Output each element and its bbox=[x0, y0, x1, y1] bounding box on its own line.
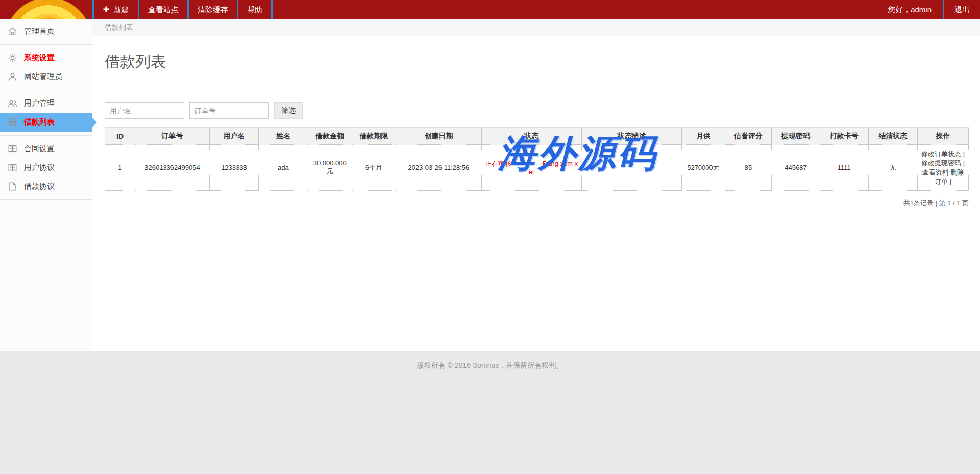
sidebar-item-site-admin[interactable]: 网站管理员 bbox=[0, 67, 92, 86]
cell-status-desc bbox=[581, 145, 681, 191]
view-site-label: 查看站点 bbox=[148, 5, 179, 15]
sidebar-item-loan-agreement[interactable]: 借款协议 bbox=[0, 177, 92, 196]
clear-cache-button[interactable]: 清除缓存 bbox=[187, 0, 237, 19]
col-header-created: 创建日期 bbox=[396, 128, 482, 145]
content: 借款列表 筛选 ID 订单号 用户名 姓名 bbox=[92, 36, 980, 215]
col-header-status-desc: 状态描述 bbox=[581, 128, 681, 145]
cell-credit: 85 bbox=[725, 145, 771, 191]
sidebar-item-label: 网站管理员 bbox=[24, 72, 62, 82]
cell-order-no: 326013362499054 bbox=[135, 145, 210, 191]
cell-actions: 修改订单状态 | 修改提现密码 | 查看资料 删除订单 | bbox=[918, 145, 969, 191]
cell-withdraw-pwd: 445687 bbox=[772, 145, 820, 191]
col-header-settled: 结清状态 bbox=[868, 128, 917, 145]
help-button[interactable]: 帮助 bbox=[237, 0, 273, 19]
grid-icon bbox=[8, 117, 17, 127]
table-row: 1 326013362499054 1233333 ada 30.000.000… bbox=[105, 145, 969, 191]
col-header-term: 借款期限 bbox=[352, 128, 396, 145]
logo bbox=[0, 0, 92, 19]
cell-id: 1 bbox=[105, 145, 135, 191]
sidebar-item-system-settings[interactable]: 系统设置 bbox=[0, 48, 92, 67]
sidebar: 管理首页 系统设置 网站管理员 用户管理 借款列表 bbox=[0, 19, 92, 351]
view-site-button[interactable]: 查看站点 bbox=[138, 0, 187, 19]
sidebar-item-contract-settings[interactable]: 合同设置 bbox=[0, 139, 92, 158]
coin-logo-icon bbox=[5, 0, 92, 19]
sidebar-item-label: 系统设置 bbox=[24, 53, 55, 63]
username-filter-input[interactable] bbox=[105, 102, 184, 119]
help-label: 帮助 bbox=[247, 5, 262, 15]
new-button[interactable]: 新建 bbox=[92, 0, 138, 19]
sidebar-item-loan-list[interactable]: 借款列表 bbox=[0, 113, 92, 132]
gear-icon bbox=[8, 53, 17, 63]
col-header-actions: 操作 bbox=[918, 128, 969, 145]
cell-term: 6个月 bbox=[352, 145, 396, 191]
breadcrumb-current: 借款列表 bbox=[105, 23, 133, 32]
cell-card-no: 1111 bbox=[820, 145, 868, 191]
sidebar-divider bbox=[0, 135, 92, 136]
sidebar-item-label: 借款协议 bbox=[24, 182, 55, 191]
cell-settled: 无 bbox=[868, 145, 917, 191]
sidebar-item-label: 用户协议 bbox=[24, 163, 55, 172]
sidebar-item-label: 借款列表 bbox=[24, 117, 55, 127]
col-header-withdraw-pwd: 提现密码 bbox=[772, 128, 820, 145]
col-header-order-no: 订单号 bbox=[135, 128, 210, 145]
plus-icon bbox=[103, 6, 110, 14]
cell-amount: 30.000.000 元 bbox=[308, 145, 352, 191]
col-header-username: 用户名 bbox=[209, 128, 258, 145]
breadcrumb: 借款列表 bbox=[92, 19, 980, 36]
sidebar-item-label: 合同设置 bbox=[24, 144, 55, 154]
table-header-row: ID 订单号 用户名 姓名 借款金额 借款期限 创建日期 状态 状态描述 月供 … bbox=[105, 128, 969, 145]
logout-button[interactable]: 退出 bbox=[944, 0, 980, 19]
sidebar-divider bbox=[0, 44, 92, 45]
cell-created: 2023-03-26 11:28:56 bbox=[396, 145, 482, 191]
file-icon bbox=[8, 182, 17, 191]
clear-cache-label: 清除缓存 bbox=[198, 5, 228, 15]
sidebar-item-dashboard[interactable]: 管理首页 bbox=[0, 22, 92, 41]
sidebar-divider bbox=[0, 90, 92, 90]
page-title: 借款列表 bbox=[105, 52, 969, 72]
footer-copyright: 版权所有 © 2016 Somnus，并保留所有权利。 bbox=[0, 361, 980, 370]
filter-button[interactable]: 筛选 bbox=[274, 102, 303, 119]
col-header-id: ID bbox=[105, 128, 135, 145]
cell-monthly: 5270000元 bbox=[682, 145, 725, 191]
book-icon bbox=[8, 163, 17, 172]
col-header-status: 状态 bbox=[481, 128, 581, 145]
order-no-filter-input[interactable] bbox=[189, 102, 269, 119]
cell-status: 正在审核--------------Đang xem xét bbox=[481, 145, 581, 191]
users-icon bbox=[8, 98, 17, 108]
main-area: 借款列表 借款列表 筛选 ID 订单号 用 bbox=[92, 19, 980, 351]
filter-row: 筛选 bbox=[105, 102, 969, 119]
admin-user-icon bbox=[8, 72, 17, 82]
user-greeting: 您好，admin bbox=[876, 0, 943, 19]
edit-withdraw-password-link[interactable]: 修改提现密码 | bbox=[921, 159, 965, 167]
sidebar-item-user-agreement[interactable]: 用户协议 bbox=[0, 158, 92, 177]
topnav: 新建 查看站点 清除缓存 帮助 bbox=[92, 0, 273, 19]
col-header-monthly: 月供 bbox=[682, 128, 725, 145]
book-icon bbox=[8, 144, 17, 154]
view-profile-link[interactable]: 查看资料 bbox=[922, 168, 949, 176]
col-header-name: 姓名 bbox=[259, 128, 308, 145]
page-wrap: 管理首页 系统设置 网站管理员 用户管理 借款列表 bbox=[0, 19, 980, 351]
cell-name: ada bbox=[259, 145, 308, 191]
new-button-label: 新建 bbox=[114, 5, 129, 15]
col-header-card-no: 打款卡号 bbox=[820, 128, 868, 145]
loan-table: ID 订单号 用户名 姓名 借款金额 借款期限 创建日期 状态 状态描述 月供 … bbox=[105, 127, 969, 191]
cell-username: 1233333 bbox=[209, 145, 258, 191]
topbar: 新建 查看站点 清除缓存 帮助 您好，admin 退出 bbox=[0, 0, 980, 19]
sidebar-divider bbox=[0, 199, 92, 200]
sidebar-item-user-management[interactable]: 用户管理 bbox=[0, 94, 92, 113]
home-icon bbox=[8, 27, 17, 36]
edit-order-status-link[interactable]: 修改订单状态 | bbox=[921, 150, 965, 158]
col-header-credit: 信誉评分 bbox=[725, 128, 771, 145]
col-header-amount: 借款金额 bbox=[308, 128, 352, 145]
sidebar-item-label: 用户管理 bbox=[24, 98, 55, 108]
active-item-arrow-icon bbox=[92, 117, 97, 128]
sidebar-item-label: 管理首页 bbox=[24, 27, 55, 36]
pagination-summary: 共1条记录 | 第 1 / 1 页 bbox=[105, 198, 969, 208]
title-divider bbox=[105, 85, 969, 85]
topbar-right: 您好，admin 退出 bbox=[876, 0, 980, 19]
